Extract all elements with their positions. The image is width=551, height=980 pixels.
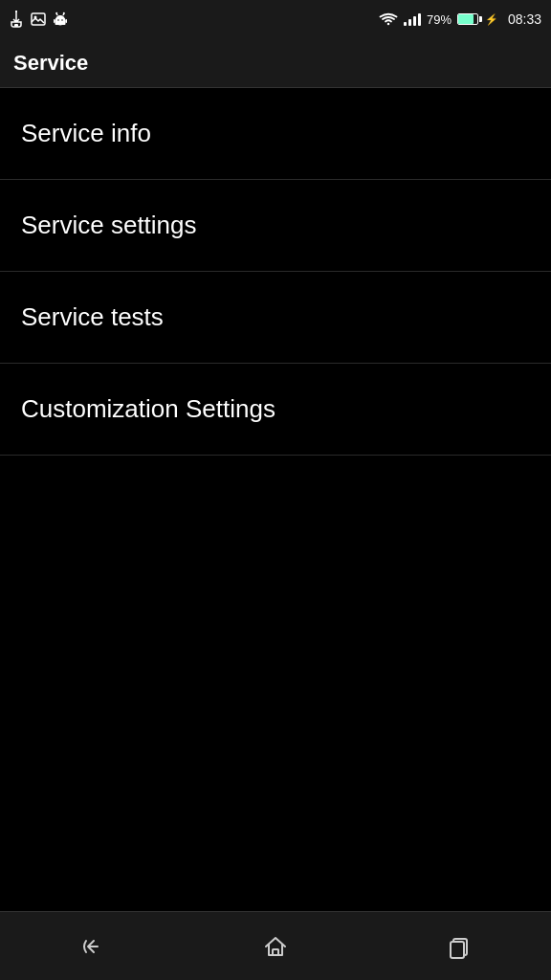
status-icons-right: 79% ⚡ 08:33 [379,11,541,27]
menu-item-service-settings[interactable]: Service settings [0,180,551,272]
toolbar-title: Service [13,51,88,76]
svg-point-1 [15,11,17,12]
menu-item-service-tests-label: Service tests [21,302,164,332]
back-button[interactable] [54,912,130,980]
status-icons-left [10,11,67,28]
menu-item-service-info[interactable]: Service info [0,88,551,180]
toolbar: Service [0,38,551,88]
svg-rect-13 [66,19,68,23]
signal-bars [404,12,421,26]
battery-percent: 79% [427,12,452,27]
wifi-icon [379,12,398,26]
svg-rect-5 [55,20,66,25]
android-icon [54,11,67,27]
svg-rect-16 [451,942,464,958]
recents-icon [446,933,473,960]
svg-rect-0 [14,24,18,27]
menu-item-service-settings-label: Service settings [21,211,197,240]
menu-item-customization-settings-label: Customization Settings [21,394,276,424]
recents-button[interactable] [421,912,497,980]
home-icon [262,933,289,960]
svg-point-10 [57,19,59,21]
home-button[interactable] [237,912,314,980]
status-time: 08:33 [508,11,541,27]
image-icon [31,12,46,26]
menu-item-customization-settings[interactable]: Customization Settings [0,364,551,456]
svg-rect-14 [273,949,278,955]
menu-list: Service info Service settings Service te… [0,88,551,911]
svg-point-11 [61,19,63,21]
status-bar: 79% ⚡ 08:33 [0,0,551,38]
menu-item-service-tests[interactable]: Service tests [0,272,551,364]
svg-point-8 [55,12,57,14]
back-icon [78,933,105,960]
usb-icon [10,11,23,28]
battery-icon [457,13,478,25]
navigation-bar [0,911,551,980]
svg-rect-12 [54,19,55,23]
menu-item-service-info-label: Service info [21,119,151,148]
charging-icon: ⚡ [485,13,498,26]
svg-point-9 [63,12,65,14]
